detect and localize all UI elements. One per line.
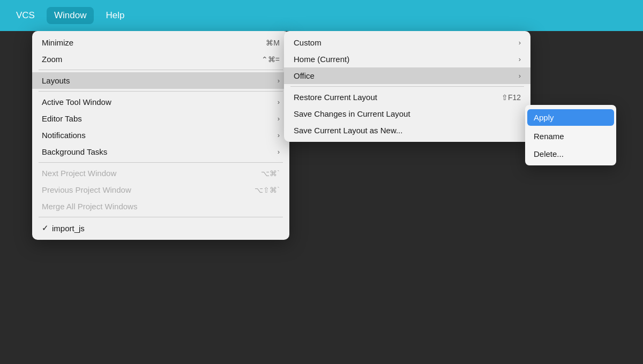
separator-1 (39, 70, 283, 70)
notifications-chevron: › (278, 131, 280, 139)
separator-3 (39, 162, 283, 163)
next-project-label: Next Project Window (42, 169, 248, 178)
custom-label: Custom (294, 38, 514, 47)
editor-tabs-label: Editor Tabs (42, 114, 273, 123)
home-label: Home (Current) (294, 55, 514, 64)
active-tool-window-chevron: › (278, 98, 280, 106)
layouts-item-office[interactable]: Office › (284, 67, 530, 84)
layouts-item-home[interactable]: Home (Current) › (284, 51, 530, 67)
background-tasks-label: Background Tasks (42, 147, 273, 156)
menu-item-merge-all: Merge All Project Windows (32, 198, 289, 215)
layouts-chevron: › (278, 77, 280, 85)
active-tool-window-label: Active Tool Window (42, 97, 273, 107)
separator-2 (39, 91, 283, 92)
import-js-checkmark: ✓ (42, 223, 49, 233)
office-chevron: › (519, 72, 521, 80)
minimize-shortcut: ⌘M (266, 39, 280, 47)
minimize-label: Minimize (42, 38, 253, 47)
layouts-item-save-changes[interactable]: Save Changes in Current Layout (284, 105, 530, 122)
menu-item-next-project: Next Project Window ⌥⌘` (32, 165, 289, 181)
layouts-separator-1 (290, 86, 524, 87)
menu-item-notifications[interactable]: Notifications › (32, 127, 289, 143)
save-new-label: Save Current Layout as New... (294, 126, 521, 135)
custom-chevron: › (519, 39, 521, 47)
menu-item-background-tasks[interactable]: Background Tasks › (32, 143, 289, 160)
home-chevron: › (519, 55, 521, 63)
window-menu-dropdown: Minimize ⌘M Zoom ⌃⌘= Layouts › Active To… (32, 31, 289, 240)
menu-item-import-js[interactable]: ✓ import_js (32, 219, 289, 237)
separator-4 (39, 217, 283, 217)
menu-item-active-tool-window[interactable]: Active Tool Window › (32, 94, 289, 110)
zoom-shortcut: ⌃⌘= (261, 55, 280, 64)
restore-shortcut: ⇧F12 (502, 93, 521, 102)
menu-item-layouts[interactable]: Layouts › (32, 72, 289, 89)
prev-project-shortcut: ⌥⇧⌘` (255, 186, 280, 194)
office-rename-item[interactable]: Rename (525, 127, 616, 145)
notifications-label: Notifications (42, 131, 273, 140)
layouts-submenu: Custom › Home (Current) › Office › Resto… (284, 31, 530, 142)
office-apply-button[interactable]: Apply (527, 109, 614, 126)
prev-project-label: Previous Project Window (42, 185, 242, 194)
layouts-item-restore[interactable]: Restore Current Layout ⇧F12 (284, 89, 530, 105)
menu-vcs[interactable]: VCS (9, 7, 42, 24)
layouts-label: Layouts (42, 76, 273, 85)
menu-bar: VCS Window Help (0, 0, 643, 31)
layouts-item-custom[interactable]: Custom › (284, 34, 530, 51)
menu-item-zoom[interactable]: Zoom ⌃⌘= (32, 51, 289, 67)
office-label: Office (294, 71, 514, 80)
merge-all-label: Merge All Project Windows (42, 202, 280, 211)
menu-help[interactable]: Help (98, 7, 132, 24)
layouts-item-save-new[interactable]: Save Current Layout as New... (284, 122, 530, 139)
save-changes-label: Save Changes in Current Layout (294, 109, 521, 118)
zoom-label: Zoom (42, 55, 249, 64)
office-context-menu: Apply Rename Delete... (525, 105, 616, 165)
menu-window[interactable]: Window (47, 7, 94, 24)
restore-label: Restore Current Layout (294, 93, 489, 102)
editor-tabs-chevron: › (278, 115, 280, 123)
import-js-label: import_js (52, 224, 280, 233)
background-tasks-chevron: › (278, 148, 280, 156)
next-project-shortcut: ⌥⌘` (261, 169, 280, 178)
menu-item-minimize[interactable]: Minimize ⌘M (32, 34, 289, 51)
menu-item-editor-tabs[interactable]: Editor Tabs › (32, 110, 289, 127)
menu-item-prev-project: Previous Project Window ⌥⇧⌘` (32, 181, 289, 198)
office-delete-item[interactable]: Delete... (525, 145, 616, 163)
